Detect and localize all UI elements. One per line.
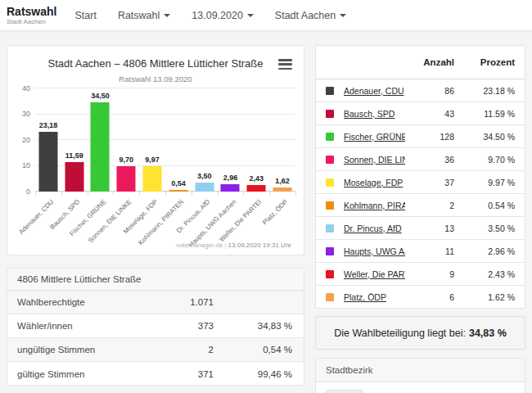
candidate-link[interactable]: Dr. Pincus, AfD (344, 224, 405, 233)
y-axis-label: 10 (9, 161, 30, 169)
nav-item-ratswahl[interactable]: Ratswahl (118, 10, 170, 21)
bar-value-label: 23,18 (39, 121, 58, 129)
candidate-link[interactable]: Bausch, SPD (344, 109, 405, 119)
y-axis-label: 0 (9, 187, 30, 196)
x-axis-tick (165, 192, 166, 195)
cell-anzahl: 43 (412, 109, 454, 119)
bar-moselage-fdp[interactable] (143, 166, 162, 192)
x-axis-tick (88, 192, 88, 195)
stats-rows: Wahlberechtigte1.071Wähler/innen37334,83… (7, 291, 304, 386)
candidate-link[interactable]: Fischer, GRÜNE (344, 132, 405, 142)
main-content: Stadt Aachen – 4806 Mittlere Lütticher S… (0, 31, 532, 393)
results-table-header: Anzahl Prozent (316, 46, 525, 79)
x-axis-label: Kohlmann, PIRATEN (137, 198, 185, 246)
nav-item-label: Stadt Aachen (275, 10, 336, 21)
party-color-swatch (326, 224, 334, 233)
bar-sonnen-die-linke[interactable] (117, 166, 136, 192)
bar-weller-die-partei[interactable] (247, 185, 266, 192)
table-row[interactable]: Weller, Die PARTEI92.43 % (316, 263, 525, 286)
district-card: Stadtbezirk (315, 358, 525, 393)
x-axis-tick (243, 192, 244, 195)
x-axis-tick (139, 192, 140, 195)
navbar: Ratswahl Stadt Aachen StartRatswahl13.09… (0, 0, 532, 31)
cell-anzahl: 36 (412, 155, 454, 165)
column-header-anzahl: Anzahl (412, 57, 454, 67)
turnout-card: Die Wahlbeteiligung liegt bei: 34,83 % (315, 316, 525, 350)
table-row[interactable]: Fischer, GRÜNE12834.50 % (316, 125, 525, 148)
table-row[interactable]: Bausch, SPD4311.59 % (316, 102, 525, 125)
candidate-link[interactable]: Weller, Die PARTEI (344, 269, 405, 279)
bar-adenauer-cdu[interactable] (38, 132, 57, 192)
nav-item-13-09-2020[interactable]: 13.09.2020 (192, 10, 254, 21)
x-axis-tick (269, 192, 270, 195)
bar-value-label: 34,50 (91, 92, 110, 100)
table-row[interactable]: Haupts, UWG Aachen112.96 % (316, 240, 525, 263)
bar-value-label: 0,54 (171, 179, 186, 187)
cell-prozent: 34.50 % (461, 132, 515, 142)
cell-anzahl: 128 (412, 132, 454, 142)
table-row[interactable]: Kohlmann, PIRATEN20.54 % (316, 194, 525, 217)
chart-subtitle: Ratswahl 13.09.2020 (7, 75, 304, 84)
cell-prozent: 0.54 % (461, 201, 515, 210)
chart-context-menu-icon[interactable] (278, 59, 292, 70)
stats-row: Wahlberechtigte1.071 (7, 291, 304, 314)
x-axis-tick (218, 192, 219, 195)
stats-card-title: 4806 Mittlere Lütticher Straße (7, 269, 304, 291)
y-axis-label: 20 (9, 136, 30, 144)
bar-value-label: 3,50 (197, 172, 212, 180)
x-axis-label: Platz, ÖDP (261, 198, 289, 226)
table-row[interactable]: Platz, ÖDP61.62 % (316, 286, 525, 309)
bar-fischer-gr-ne[interactable] (91, 102, 110, 192)
candidate-link[interactable]: Kohlmann, PIRATEN (344, 201, 405, 210)
gridline-40 (35, 88, 295, 88)
table-row[interactable]: Moselage, FDP379.97 % (316, 171, 525, 194)
party-color-swatch (326, 270, 334, 278)
stats-percent: 0,54 % (214, 345, 292, 355)
candidate-link[interactable]: Adenauer, CDU (344, 86, 405, 96)
stats-row: gültige Stimmen37199,46 % (7, 362, 304, 386)
x-axis-label: Adenauer, CDU (17, 198, 55, 236)
cell-anzahl: 6 (412, 292, 454, 302)
cell-anzahl: 11 (412, 246, 454, 256)
x-axis-tick (61, 192, 62, 195)
nav-menu: StartRatswahl13.09.2020Stadt Aachen (74, 10, 346, 21)
party-color-swatch (326, 133, 334, 141)
cell-prozent: 9.97 % (461, 178, 515, 187)
party-color-swatch (326, 156, 334, 164)
stats-percent: 99,46 % (214, 369, 292, 379)
stats-value: 2 (115, 345, 214, 355)
bar-platz-dp[interactable] (273, 187, 292, 192)
table-row[interactable]: Dr. Pincus, AfD133.50 % (316, 217, 525, 240)
chart-title: Stadt Aachen – 4806 Mittlere Lütticher S… (7, 57, 304, 70)
district-select-button[interactable] (326, 390, 363, 393)
candidate-link[interactable]: Platz, ÖDP (344, 292, 405, 302)
x-axis-tick (295, 192, 296, 195)
cell-anzahl: 2 (412, 201, 454, 210)
stats-label: Wahlberechtigte (17, 297, 115, 307)
candidate-link[interactable]: Haupts, UWG Aachen (344, 246, 405, 256)
bar-kohlmann-piraten[interactable] (169, 190, 187, 192)
cell-prozent: 23.18 % (461, 86, 515, 96)
cell-anzahl: 13 (412, 224, 454, 233)
table-row[interactable]: Adenauer, CDU8623.18 % (316, 79, 525, 102)
nav-item-label: Ratswahl (118, 10, 160, 21)
bar-value-label: 2,43 (250, 174, 264, 183)
district-card-title: Stadtbezirk (316, 359, 525, 382)
candidate-link[interactable]: Moselage, FDP (344, 178, 405, 187)
chevron-down-icon (247, 14, 254, 17)
brand[interactable]: Ratswahl Stadt Aachen (7, 6, 56, 25)
nav-item-stadt-aachen[interactable]: Stadt Aachen (275, 10, 346, 21)
cell-prozent: 2.96 % (461, 246, 515, 256)
bar-value-label: 1,62 (275, 177, 290, 185)
stats-label: gültige Stimmen (17, 369, 115, 379)
nav-item-start[interactable]: Start (74, 10, 96, 21)
x-axis-tick (35, 192, 36, 195)
x-axis-tick (113, 192, 114, 195)
bar-dr-pincus-afd[interactable] (195, 183, 214, 192)
candidate-link[interactable]: Sonnen, DIE LINKE (344, 155, 405, 165)
cell-anzahl: 86 (412, 86, 454, 96)
brand-subtitle: Stadt Aachen (7, 19, 56, 25)
table-row[interactable]: Sonnen, DIE LINKE369.70 % (316, 148, 525, 171)
bar-haupts-uwg-aachen[interactable] (221, 184, 240, 192)
bar-bausch-spd[interactable] (65, 162, 83, 192)
